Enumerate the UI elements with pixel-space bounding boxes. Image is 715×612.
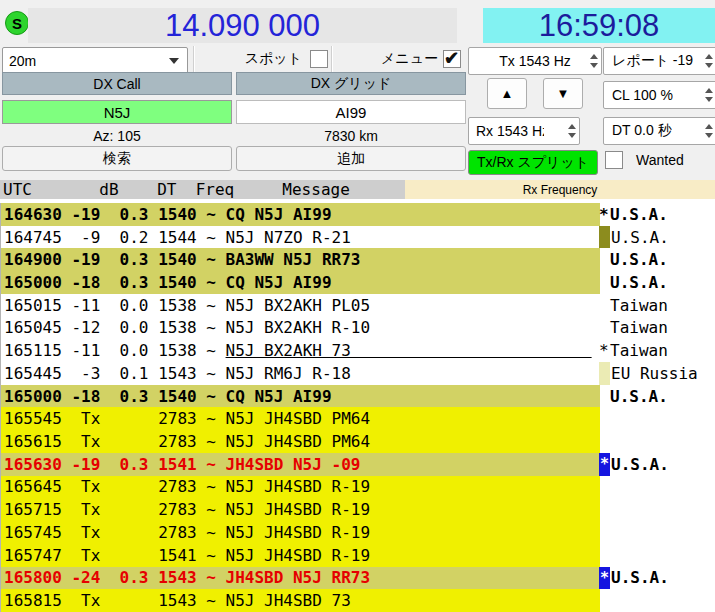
nav-down-button[interactable]: ▼ <box>543 78 583 109</box>
country-label: Taiwan <box>609 296 668 315</box>
country-label: U.S.A. <box>609 205 668 224</box>
decode-row[interactable]: 165000 -18 0.3 1540 ~ CQ N5J AI99 U.S.A. <box>1 385 715 408</box>
nav-up-button[interactable]: ▲ <box>487 78 527 109</box>
distance-label: 7830 km <box>236 128 466 144</box>
country-cell: Taiwan <box>599 317 668 340</box>
decode-message: 165715 Tx 2783 ~ N5J JH4SBD R-19 <box>4 498 370 521</box>
country-label: U.S.A. <box>609 387 668 406</box>
decode-row[interactable]: 165000 -18 0.3 1540 ~ CQ N5J AI99 U.S.A. <box>1 271 715 294</box>
decode-message: 164745 -9 0.2 1544 ~ N5J N7ZO R-21 <box>4 226 351 249</box>
decode-row[interactable]: 165715 Tx 2783 ~ N5J JH4SBD R-19 <box>1 498 715 521</box>
status-marker-olive <box>599 226 610 249</box>
country-cell: U.S.A. <box>599 271 668 294</box>
spinner-arrows-icon[interactable] <box>568 124 576 138</box>
decode-row[interactable]: 165645 Tx 2783 ~ N5J JH4SBD R-19 <box>1 476 715 499</box>
rx-frequency-header-label: Rx Frequency <box>523 183 598 197</box>
decode-message: 165815 Tx 1543 ~ N5J JH4SBD 73 <box>4 589 351 612</box>
country-label: EU Russia <box>610 364 698 383</box>
dx-call-header: DX Call <box>2 72 232 95</box>
spot-checkbox[interactable] <box>310 50 328 68</box>
menu-checkbox[interactable]: ✔ <box>443 50 461 68</box>
band-selector-value: 20m <box>3 53 169 69</box>
decode-row[interactable]: 165445 -3 0.1 1543 ~ N5J RM6J R-18EU Rus… <box>1 362 715 385</box>
status-icon-s[interactable]: S <box>5 11 29 35</box>
decode-message: 165015 -11 0.0 1538 ~ N5J BX2AKH PL05 <box>4 294 370 317</box>
decode-row[interactable]: 165015 -11 0.0 1538 ~ N5J BX2AKH PL05 Ta… <box>1 294 715 317</box>
add-button[interactable]: 追加 <box>236 146 466 171</box>
tx-offset-value: Tx 1543 Hz <box>469 53 601 69</box>
new-entity-star-icon: * <box>599 205 609 224</box>
decode-row[interactable]: 165630 -19 0.3 1541 ~ JH4SBD N5J -09*U.S… <box>1 453 715 476</box>
decode-message: 165745 Tx 2783 ~ N5J JH4SBD R-19 <box>4 521 370 544</box>
dial-frequency-display: 14.090 000 <box>28 8 457 43</box>
decode-row[interactable]: 165745 Tx 2783 ~ N5J JH4SBD R-19 <box>1 521 715 544</box>
chevron-down-icon <box>169 58 179 64</box>
decode-row[interactable]: 164900 -19 0.3 1540 ~ BA3WW N5J RR73 U.S… <box>1 248 715 271</box>
decode-table[interactable]: 164630 -19 0.3 1540 ~ CQ N5J AI99*U.S.A.… <box>0 203 715 612</box>
spinner-arrows-icon[interactable] <box>705 88 713 102</box>
decode-row[interactable]: 164630 -19 0.3 1540 ~ CQ N5J AI99*U.S.A. <box>1 203 715 226</box>
band-selector[interactable]: 20m <box>2 47 188 74</box>
decode-message: 165045 -12 0.0 1538 ~ N5J BX2AKH R-10 <box>4 317 370 340</box>
tx-rx-split-button[interactable]: Tx/Rx スプリット <box>468 150 598 175</box>
decode-message: 165545 Tx 2783 ~ N5J JH4SBD PM64 <box>4 407 370 430</box>
new-entity-star-icon: * <box>599 341 609 360</box>
country-cell: U.S.A. <box>599 248 668 271</box>
country-cell: U.S.A. <box>599 226 669 249</box>
decode-row[interactable]: 165747 Tx 1541 ~ N5J JH4SBD R-19 <box>1 544 715 567</box>
jtdx-main-window: S 14.090 000 16:59:08 20m スポット メニュー ✔ Tx… <box>0 0 715 612</box>
spinner-arrows-icon[interactable] <box>705 54 713 68</box>
report-value: レポート -19 <box>604 52 693 70</box>
utc-clock-display: 16:59:08 <box>483 8 715 43</box>
checkmark-icon: ✔ <box>444 47 459 69</box>
country-cell: *U.S.A. <box>599 203 668 226</box>
decode-row[interactable]: 165045 -12 0.0 1538 ~ N5J BX2AKH R-10 Ta… <box>1 317 715 340</box>
dx-grid-field[interactable]: AI99 <box>236 100 466 124</box>
decode-message: 165000 -18 0.3 1540 ~ CQ N5J AI99 <box>4 385 332 408</box>
country-cell: *Taiwan <box>599 339 668 362</box>
decode-message: 165747 Tx 1541 ~ N5J JH4SBD R-19 <box>4 544 370 567</box>
status-marker-blue: * <box>599 453 610 476</box>
azimuth-label: Az: 105 <box>2 128 232 144</box>
decode-message: 165615 Tx 2783 ~ N5J JH4SBD PM64 <box>4 430 370 453</box>
decode-message: 165115 -11 0.0 1538 ~ N5J BX2AKH 73 <box>4 339 592 362</box>
wanted-checkbox[interactable] <box>605 151 623 169</box>
decode-table-header: UTC dB DT Freq Message <box>0 180 405 199</box>
dt-spinbox[interactable]: DT 0.0 秒 <box>603 117 715 145</box>
decode-row[interactable]: 165615 Tx 2783 ~ N5J JH4SBD PM64 <box>1 430 715 453</box>
spinner-arrows-icon[interactable] <box>590 54 598 68</box>
decode-row[interactable]: 164745 -9 0.2 1544 ~ N5J N7ZO R-21U.S.A. <box>1 226 715 249</box>
search-button[interactable]: 検索 <box>2 146 232 171</box>
cl-spinbox[interactable]: CL 100 % <box>603 81 715 109</box>
decode-message-underlined: N5J BX2AKH 73 <box>226 341 592 360</box>
country-label: Taiwan <box>609 318 668 337</box>
country-label: U.S.A. <box>609 250 668 269</box>
spinner-arrows-icon[interactable] <box>705 124 713 138</box>
decode-message: 165630 -19 0.3 1541 ~ JH4SBD N5J -09 <box>4 453 360 476</box>
menu-label: メニュー <box>376 50 438 68</box>
country-label: U.S.A. <box>610 228 669 247</box>
country-label: Taiwan <box>609 341 668 360</box>
dx-call-field[interactable]: N5J <box>2 100 232 124</box>
tx-offset-spinbox[interactable]: Tx 1543 Hz <box>468 47 602 75</box>
report-spinbox[interactable]: レポート -19 <box>603 47 715 75</box>
wanted-label: Wanted <box>636 152 684 168</box>
decode-message: 165800 -24 0.3 1543 ~ JH4SBD N5J RR73 <box>4 567 370 590</box>
country-cell: Taiwan <box>599 294 668 317</box>
decode-row[interactable]: 165545 Tx 2783 ~ N5J JH4SBD PM64 <box>1 407 715 430</box>
decode-row[interactable]: 165815 Tx 1543 ~ N5J JH4SBD 73 <box>1 589 715 612</box>
status-marker-blue: * <box>599 567 610 590</box>
down-arrow-icon: ▼ <box>557 86 570 101</box>
decode-message: 165445 -3 0.1 1543 ~ N5J RM6J R-18 <box>4 362 351 385</box>
rx-offset-value: Rx 1543 Hz <box>469 123 544 139</box>
decode-message: 165645 Tx 2783 ~ N5J JH4SBD R-19 <box>4 476 370 499</box>
decode-message: 165000 -18 0.3 1540 ~ CQ N5J AI99 <box>4 271 332 294</box>
rx-offset-spinbox[interactable]: Rx 1543 Hz <box>468 117 580 145</box>
marker-spacer <box>599 387 609 406</box>
decode-message: 164630 -19 0.3 1540 ~ CQ N5J AI99 <box>4 203 332 226</box>
decode-row[interactable]: 165115 -11 0.0 1538 ~ N5J BX2AKH 73 *Tai… <box>1 339 715 362</box>
rx-frequency-header: Rx Frequency <box>405 180 715 199</box>
country-cell: EU Russia <box>599 362 698 385</box>
dt-value: DT 0.0 秒 <box>604 122 672 140</box>
decode-row[interactable]: 165800 -24 0.3 1543 ~ JH4SBD N5J RR73*U.… <box>1 567 715 590</box>
